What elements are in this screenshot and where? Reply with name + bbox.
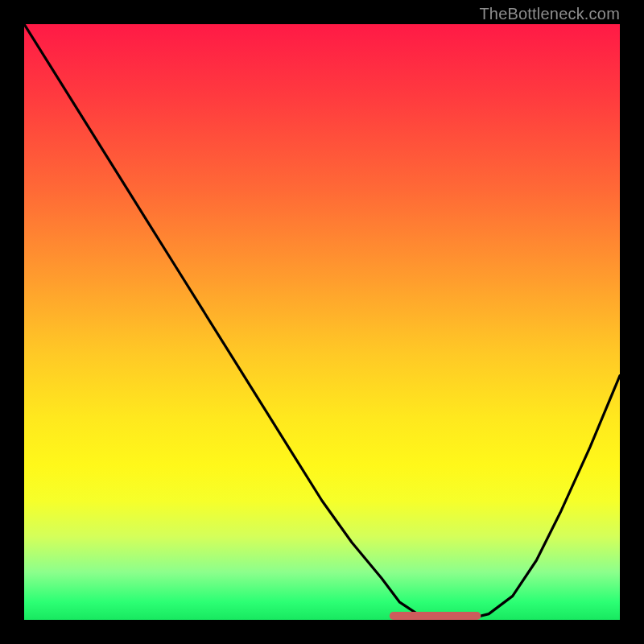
chart-frame [24, 24, 620, 620]
curve-layer [24, 24, 620, 620]
plot-area [24, 24, 620, 620]
bottleneck-curve [24, 24, 620, 620]
attribution-text: TheBottleneck.com [479, 5, 620, 23]
